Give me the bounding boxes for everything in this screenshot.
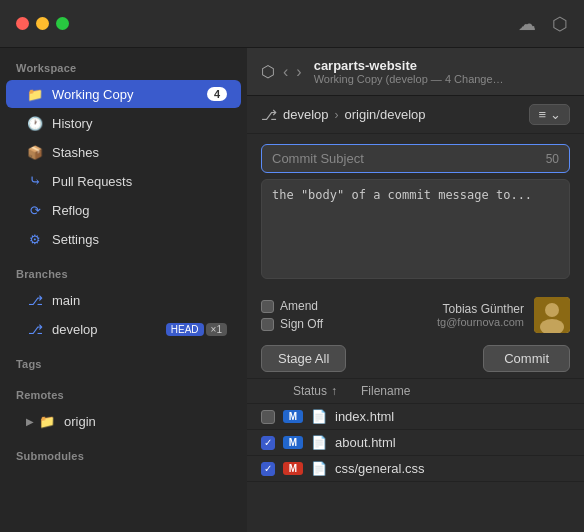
file-checkbox-about[interactable]: ✓: [261, 436, 275, 450]
pull-requests-icon: ⤷: [26, 172, 44, 190]
file-name-css: css/general.css: [335, 461, 425, 476]
settings-icon: ⚙: [26, 230, 44, 248]
working-copy-badge: 4: [207, 87, 227, 101]
traffic-light-green[interactable]: [56, 17, 69, 30]
commit-subject-counter: 50: [546, 152, 559, 166]
branch-develop-icon: ⎇: [26, 320, 44, 338]
sidebar-item-pull-requests[interactable]: ⤷ Pull Requests: [6, 167, 241, 195]
file-table-header: Status ↑ Filename: [247, 379, 584, 404]
file-checkbox-css[interactable]: ✓: [261, 462, 275, 476]
remotes-label: Remotes: [0, 375, 247, 406]
stage-all-button[interactable]: Stage All: [261, 345, 346, 372]
submodules-label: Submodules: [0, 436, 247, 467]
sidebar-item-history[interactable]: 🕐 History: [6, 109, 241, 137]
working-copy-label: Working Copy: [52, 87, 207, 102]
remote-origin-icon: 📁: [38, 412, 56, 430]
working-copy-icon: 📁: [26, 85, 44, 103]
branches-label: Branches: [0, 254, 247, 285]
amend-checkbox[interactable]: Amend: [261, 299, 323, 313]
status-badge-about: M: [283, 436, 303, 449]
sidebar-item-develop[interactable]: ⎇ develop HEAD ×1: [6, 315, 241, 343]
file-checkbox-index[interactable]: [261, 410, 275, 424]
sidebar-item-main[interactable]: ⎇ main: [6, 286, 241, 314]
workspace-label: Workspace: [0, 48, 247, 79]
author-row: Amend Sign Off Tobias Günther tg@fournov…: [247, 291, 584, 339]
status-badge-css: M: [283, 462, 303, 475]
traffic-light-red[interactable]: [16, 17, 29, 30]
branch-bar: ⎇ develop › origin/develop ≡ ⌄: [247, 96, 584, 134]
checkboxes: Amend Sign Off: [261, 299, 323, 331]
commit-button[interactable]: Commit: [483, 345, 570, 372]
table-row[interactable]: ✓ M 📄 about.html: [247, 430, 584, 456]
branch-bar-icon: ⎇: [261, 107, 277, 123]
nav-forward[interactable]: ›: [296, 63, 301, 81]
traffic-lights: [16, 17, 69, 30]
commit-subject-field[interactable]: Commit Subject 50: [261, 144, 570, 173]
origin-label: origin: [64, 414, 227, 429]
sign-off-checkbox[interactable]: Sign Off: [261, 317, 323, 331]
pull-requests-label: Pull Requests: [52, 174, 227, 189]
amend-label: Amend: [280, 299, 318, 313]
nav-back[interactable]: ‹: [283, 63, 288, 81]
author-info: Tobias Günther tg@fournova.com: [333, 302, 524, 328]
action-buttons: Stage All Commit: [247, 339, 584, 378]
expand-arrow: ▶: [26, 416, 34, 427]
cloud-icon[interactable]: ☁: [518, 13, 536, 35]
file-icon-index: 📄: [311, 409, 327, 424]
develop-branch-label: develop: [52, 322, 161, 337]
file-header-status[interactable]: Status ↑: [293, 384, 353, 398]
history-icon: 🕐: [26, 114, 44, 132]
table-row[interactable]: ✓ M 📄 css/general.css: [247, 456, 584, 482]
commit-area: Commit Subject 50 the "body" of a commit…: [247, 134, 584, 291]
sign-off-checkbox-box: [261, 318, 274, 331]
history-label: History: [52, 116, 227, 131]
sidebar-item-stashes[interactable]: 📦 Stashes: [6, 138, 241, 166]
sign-off-label: Sign Off: [280, 317, 323, 331]
main-branch-label: main: [52, 293, 227, 308]
amend-checkbox-box: [261, 300, 274, 313]
file-icon-about: 📄: [311, 435, 327, 450]
head-tag: HEAD: [166, 323, 204, 336]
x1-badge: ×1: [206, 323, 227, 336]
sidebar-item-settings[interactable]: ⚙ Settings: [6, 225, 241, 253]
branch-remote: origin/develop: [345, 107, 426, 122]
sidebar: Workspace 📁 Working Copy 4 🕐 History 📦 S…: [0, 48, 247, 532]
reflog-icon: ⟳: [26, 201, 44, 219]
commit-body-textarea[interactable]: the "body" of a commit message to...: [261, 179, 570, 279]
branch-list-button[interactable]: ≡ ⌄: [529, 104, 570, 125]
repo-icon: ⬡: [261, 62, 275, 81]
author-name: Tobias Günther: [333, 302, 524, 316]
titlebar: ☁ ⬡: [0, 0, 584, 48]
stashes-label: Stashes: [52, 145, 227, 160]
file-name-index: index.html: [335, 409, 394, 424]
sort-icon: ↑: [331, 384, 337, 398]
repo-name: carparts-website: [314, 58, 570, 73]
tags-label: Tags: [0, 344, 247, 375]
box-icon[interactable]: ⬡: [552, 13, 568, 35]
right-panel: ⬡ ‹ › carparts-website Working Copy (dev…: [247, 48, 584, 532]
svg-point-1: [545, 303, 559, 317]
table-row[interactable]: M 📄 index.html: [247, 404, 584, 430]
stashes-icon: 📦: [26, 143, 44, 161]
file-header-filename: Filename: [361, 384, 410, 398]
chevron-down-icon: ⌄: [550, 107, 561, 122]
status-badge-index: M: [283, 410, 303, 423]
settings-label: Settings: [52, 232, 227, 247]
main-container: Workspace 📁 Working Copy 4 🕐 History 📦 S…: [0, 48, 584, 532]
list-icon: ≡: [538, 107, 546, 122]
traffic-light-yellow[interactable]: [36, 17, 49, 30]
commit-subject-placeholder: Commit Subject: [272, 151, 364, 166]
branch-arrow: ›: [335, 108, 339, 122]
file-table: Status ↑ Filename M 📄 index.html ✓ M 📄 a…: [247, 378, 584, 532]
titlebar-icons: ☁ ⬡: [518, 13, 568, 35]
file-icon-css: 📄: [311, 461, 327, 476]
repo-subtitle: Working Copy (develop — 4 Change…: [314, 73, 570, 85]
sidebar-item-reflog[interactable]: ⟳ Reflog: [6, 196, 241, 224]
sidebar-item-origin[interactable]: ▶ 📁 origin: [6, 407, 241, 435]
repo-header: ⬡ ‹ › carparts-website Working Copy (dev…: [247, 48, 584, 96]
branch-main-icon: ⎇: [26, 291, 44, 309]
repo-info: carparts-website Working Copy (develop —…: [314, 58, 570, 85]
file-name-about: about.html: [335, 435, 396, 450]
sidebar-item-working-copy[interactable]: 📁 Working Copy 4: [6, 80, 241, 108]
author-email: tg@fournova.com: [333, 316, 524, 328]
